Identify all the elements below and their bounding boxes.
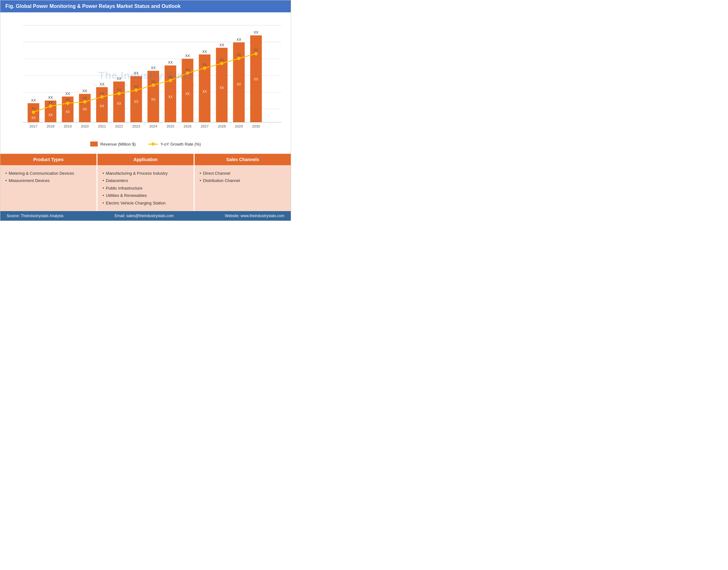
list-item: Public Infrastructure — [102, 185, 189, 192]
chart-legend: Revenue (Million $) Y-oY Growth Rate (%) — [7, 141, 285, 150]
svg-text:XX: XX — [151, 97, 156, 101]
chart-section: The Industry Stats m a r k e t r e s e a… — [0, 12, 291, 153]
dot-2030 — [254, 52, 258, 56]
bar-2025 — [164, 65, 176, 122]
dot-2025 — [169, 79, 172, 82]
svg-text:XX: XX — [100, 104, 104, 108]
svg-text:XX: XX — [151, 66, 156, 70]
footer: Source: Theindustrystats Analysis Email:… — [0, 211, 291, 221]
svg-text:XX: XX — [48, 95, 53, 99]
svg-text:XX: XX — [185, 54, 190, 58]
dot-2026 — [186, 71, 189, 75]
svg-text:2022: 2022 — [115, 124, 123, 128]
svg-text:XX: XX — [254, 30, 259, 34]
dot-2028 — [220, 62, 223, 65]
list-item: Distribution Channel — [200, 177, 286, 184]
product-types-list: Metering & Communication Devices Measure… — [5, 170, 91, 185]
svg-text:XX: XX — [203, 90, 207, 93]
svg-text:2020: 2020 — [81, 124, 89, 128]
svg-text:2028: 2028 — [218, 124, 226, 128]
dot-2019 — [66, 101, 69, 105]
svg-text:XX: XX — [254, 77, 258, 81]
svg-text:XX: XX — [31, 107, 36, 110]
svg-text:2021: 2021 — [98, 124, 106, 128]
svg-text:XX: XX — [83, 107, 87, 111]
list-item: Utilities & Renewables — [102, 192, 189, 199]
svg-text:XX: XX — [134, 100, 138, 103]
info-col-product-types: Product Types Metering & Communication D… — [0, 154, 97, 211]
svg-text:XX: XX — [48, 113, 53, 117]
svg-text:XX: XX — [220, 58, 224, 62]
svg-text:XX: XX — [168, 60, 173, 64]
dot-2018 — [49, 104, 52, 108]
dot-2020 — [83, 100, 86, 104]
footer-source: Source: Theindustrystats Analysis — [7, 214, 64, 218]
svg-text:XX: XX — [134, 85, 138, 88]
info-section: Product Types Metering & Communication D… — [0, 153, 291, 211]
svg-text:2029: 2029 — [235, 124, 243, 128]
svg-text:2025: 2025 — [166, 124, 174, 128]
sales-channels-header: Sales Channels — [195, 154, 291, 165]
list-item: Metering & Communication Devices — [5, 170, 91, 177]
svg-text:2023: 2023 — [132, 124, 140, 128]
dot-2027 — [203, 66, 206, 70]
svg-text:XX: XX — [237, 53, 241, 57]
svg-text:XX: XX — [48, 101, 53, 104]
application-header: Application — [97, 154, 194, 165]
list-item: Manufacturing & Process Industry — [102, 170, 189, 177]
dot-2029 — [237, 57, 241, 60]
legend-revenue-label: Revenue (Million $) — [100, 142, 136, 147]
svg-text:XX: XX — [237, 38, 242, 41]
bar-2024 — [147, 71, 159, 122]
svg-text:XX: XX — [220, 86, 224, 89]
dot-2017 — [32, 110, 35, 114]
svg-text:XX: XX — [186, 92, 190, 95]
svg-text:XX: XX — [65, 98, 70, 101]
sales-channels-list: Direct Channel Distribution Channel — [200, 170, 286, 185]
product-types-body: Metering & Communication Devices Measure… — [0, 165, 96, 189]
svg-text:XX: XX — [31, 98, 36, 102]
svg-text:XX: XX — [65, 92, 70, 95]
svg-text:XX: XX — [254, 48, 258, 52]
list-item: Measurement Devices — [5, 177, 91, 184]
chart-svg: XX XX 2017 XX XX 2018 XX XX 2019 XX XX 2… — [7, 19, 285, 139]
dot-2021 — [100, 95, 103, 99]
legend-box-revenue — [90, 141, 98, 147]
svg-text:XX: XX — [237, 83, 241, 86]
list-item: Direct Channel — [200, 170, 286, 177]
legend-revenue: Revenue (Million $) — [90, 141, 136, 147]
product-types-header: Product Types — [0, 154, 96, 165]
svg-text:2019: 2019 — [64, 124, 71, 128]
info-col-application: Application Manufacturing & Process Indu… — [97, 154, 195, 211]
page-title: Fig. Global Power Monitoring & Power Rel… — [0, 0, 291, 12]
svg-text:XX: XX — [83, 89, 87, 93]
svg-text:XX: XX — [117, 102, 121, 105]
legend-growth-label: Y-oY Growth Rate (%) — [160, 142, 201, 147]
svg-text:XX: XX — [117, 88, 121, 92]
svg-text:2027: 2027 — [201, 124, 209, 128]
svg-text:XX: XX — [117, 77, 121, 80]
info-col-sales-channels: Sales Channels Direct Channel Distributi… — [195, 154, 291, 211]
svg-text:XX: XX — [100, 91, 104, 95]
dot-2024 — [151, 83, 155, 87]
chart-wrapper: The Industry Stats m a r k e t r e s e a… — [7, 19, 285, 139]
svg-text:2024: 2024 — [149, 124, 157, 128]
bar-2023 — [130, 76, 142, 122]
svg-text:XX: XX — [203, 63, 207, 66]
dot-2022 — [117, 92, 120, 95]
svg-text:XX: XX — [186, 68, 190, 71]
svg-text:XX: XX — [168, 95, 173, 99]
list-item: Electric Vehicle Charging Station — [102, 199, 189, 207]
svg-text:XX: XX — [219, 43, 224, 46]
svg-text:XX: XX — [65, 110, 70, 113]
main-container: Fig. Global Power Monitoring & Power Rel… — [0, 0, 291, 221]
svg-text:XX: XX — [168, 75, 173, 79]
svg-text:XX: XX — [100, 82, 104, 86]
svg-text:XX: XX — [151, 80, 156, 83]
svg-text:XX: XX — [31, 116, 36, 119]
svg-text:XX: XX — [202, 50, 207, 53]
legend-line-growth — [148, 144, 158, 145]
footer-website: Website: www.theindustrystats.com — [225, 214, 285, 218]
list-item: Datacenters — [102, 177, 189, 184]
svg-text:2018: 2018 — [46, 124, 54, 128]
